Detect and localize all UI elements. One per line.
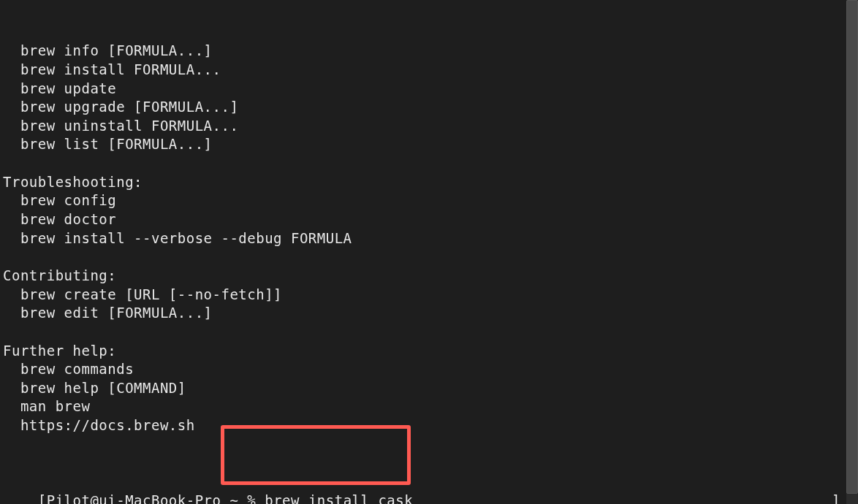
output-line: brew edit [FORMULA...] bbox=[3, 304, 855, 323]
output-line: brew uninstall FORMULA... bbox=[3, 117, 855, 136]
output-line: Contributing: bbox=[3, 267, 855, 286]
output-line: brew update bbox=[3, 80, 855, 99]
output-line bbox=[3, 323, 855, 342]
output-line: Further help: bbox=[3, 342, 855, 361]
prompt-end-bracket: ] bbox=[832, 492, 840, 504]
prompt-user-host: [Pilot@ui-MacBook-Pro bbox=[38, 492, 221, 504]
scrollbar-thumb[interactable] bbox=[846, 0, 858, 494]
output-line: brew config bbox=[3, 191, 855, 210]
output-line: Troubleshooting: bbox=[3, 173, 855, 192]
current-command[interactable]: brew install cask bbox=[265, 492, 413, 504]
output-line: https://docs.brew.sh bbox=[3, 416, 855, 435]
output-line: brew help [COMMAND] bbox=[3, 379, 855, 398]
output-line: brew upgrade [FORMULA...] bbox=[3, 98, 855, 117]
scrollbar-track[interactable] bbox=[846, 0, 858, 504]
output-line bbox=[3, 248, 855, 267]
output-line bbox=[3, 154, 855, 173]
prompt-path: ~ % bbox=[229, 492, 256, 504]
output-line: brew doctor bbox=[3, 210, 855, 229]
output-line: brew create [URL [--no-fetch]] bbox=[3, 286, 855, 305]
output-line: brew install --verbose --debug FORMULA bbox=[3, 229, 855, 248]
output-line: man brew bbox=[3, 397, 855, 416]
output-line: brew info [FORMULA...] bbox=[3, 42, 855, 61]
output-line: brew commands bbox=[3, 360, 855, 379]
terminal-output[interactable]: brew info [FORMULA...] brew install FORM… bbox=[3, 4, 855, 504]
output-line: brew list [FORMULA...] bbox=[3, 135, 855, 154]
output-line: brew install FORMULA... bbox=[3, 61, 855, 80]
prompt-line[interactable]: [Pilot@ui-MacBook-Pro ~ % brew install c… bbox=[3, 473, 855, 504]
